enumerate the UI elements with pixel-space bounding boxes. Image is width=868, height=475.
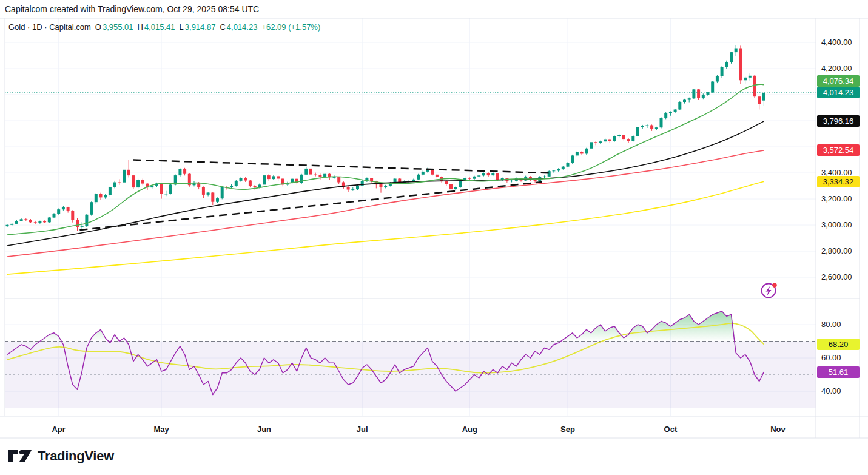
open-label: O [95,22,101,32]
rsi-value-label: 51.61 [817,366,860,378]
low-value: 3,914.87 [185,22,216,32]
ma-red-value-label: 3,572.54 [817,144,860,156]
close-label: C [220,22,225,32]
price-tick-4200: 4,200.00 [821,64,859,73]
ma-black-line [7,121,764,246]
tradingview-chart-page: Capitalcom created with TradingView.com,… [0,0,868,475]
rsi-tick-40: 40.00 [821,386,859,396]
price-tick-2800: 2,800.00 [821,246,859,256]
month-label-oct: Oct [657,425,684,434]
ma-black-value-label: 3,796.16 [817,115,860,127]
symbol-title: Gold · 1D · Capital.com [8,22,91,32]
rsi-tick-60: 60.00 [821,353,859,363]
month-label-jun: Jun [251,425,278,434]
price-tick-2600: 2,600.00 [821,272,859,282]
rsi-tick-80: 80.00 [821,320,859,329]
ma-green-line [7,84,764,235]
high-value: 4,015.41 [144,22,175,32]
price-tick-4400: 4,400.00 [821,38,859,47]
month-label-sep: Sep [554,425,581,434]
change-value: +62.09 (+1.57%) [261,22,320,32]
month-label-jul: Jul [349,425,375,434]
ma-lines [7,84,764,274]
high-label: H [138,22,143,32]
open-value: 3,955.01 [103,22,133,32]
close-value: 4,014.23 [227,22,258,32]
tradingview-logo-text: TradingView [38,448,114,464]
month-label-may: May [148,425,175,434]
chart-canvas[interactable] [0,0,868,475]
notification-dot [772,283,777,288]
month-label-nov: Nov [765,425,792,434]
ma-green-value-label: 4,076.34 [817,75,860,87]
tradingview-logo[interactable]: TradingView [8,447,114,465]
month-label-apr: Apr [45,425,72,434]
month-label-aug: Aug [456,425,483,434]
trendline-lower [79,182,542,230]
rsi-overbought-fill [7,311,764,342]
price-tick-3200: 3,200.00 [821,194,859,204]
last-price-label: 4,014.23 [817,87,860,98]
symbol-legend[interactable]: Gold · 1D · Capital.com O 3,955.01 H 4,0… [8,22,320,32]
ma-yellow-line [7,181,764,274]
ma-yellow-value-label: 3,334.32 [817,176,860,187]
price-tick-3000: 3,000.00 [821,220,859,230]
lightning-boost-button[interactable] [759,280,779,300]
tradingview-logo-icon [8,447,32,465]
candlestick-series [6,45,765,231]
rsi-ma-value-label: 68.20 [817,339,860,350]
lightning-icon [759,280,779,300]
low-label: L [180,22,184,32]
trendline-upper [133,160,551,173]
